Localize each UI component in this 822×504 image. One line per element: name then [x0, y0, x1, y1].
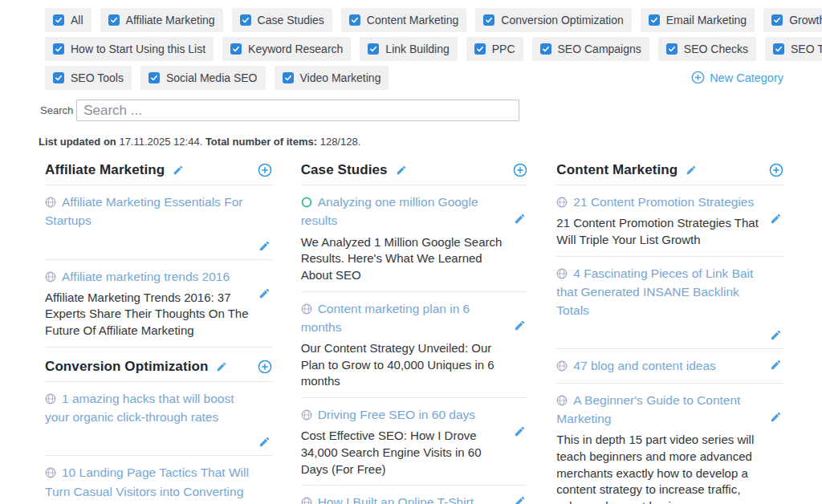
category-section: Conversion Optimization1 amazing hacks t… [45, 359, 272, 504]
checkbox-checked-icon[interactable] [540, 43, 551, 55]
checkbox-checked-icon[interactable] [349, 14, 360, 26]
filter-label: Case Studies [258, 14, 324, 26]
filter-pill[interactable]: Conversion Optimization [475, 8, 632, 32]
item-link[interactable]: 1 amazing hacks that will boost your org… [45, 392, 234, 424]
checkbox-checked-icon[interactable] [283, 72, 294, 83]
item-link[interactable]: 21 Content Promotion Strategies [556, 195, 754, 209]
filter-pill[interactable]: Email Marketing [641, 8, 755, 32]
search-input[interactable] [76, 100, 519, 121]
checkbox-checked-icon[interactable] [649, 14, 660, 26]
checkbox-checked-icon[interactable] [108, 14, 120, 26]
filter-pill[interactable]: SEO Tools [45, 66, 132, 90]
checkbox-checked-icon[interactable] [666, 43, 678, 55]
filter-pill[interactable]: SEO Checks [658, 37, 756, 61]
item-link[interactable]: How I Built an Online T-Shirt Business [301, 495, 474, 504]
page: AllAffiliate MarketingCase StudiesConten… [0, 0, 822, 504]
category-header: Case Studies [301, 162, 528, 185]
item-title: Analyzing one million Google results [301, 195, 478, 227]
item-link[interactable]: Driving Free SEO in 60 days [301, 408, 475, 421]
edit-icon[interactable] [258, 436, 271, 448]
category-header: Content Marketing [556, 162, 783, 185]
item-link[interactable]: Affiliate marketing trends 2016 [45, 270, 230, 283]
filter-pill[interactable]: SEO Campaigns [532, 37, 649, 61]
checkbox-checked-icon[interactable] [773, 43, 784, 55]
item-title: 21 Content Promotion Strategies [573, 195, 754, 209]
add-item-icon[interactable] [513, 163, 527, 177]
filter-pill[interactable]: Video Marketing [275, 66, 389, 90]
globe-icon [45, 467, 56, 478]
edit-category-icon[interactable] [173, 165, 184, 176]
edit-icon[interactable] [770, 411, 782, 423]
globe-icon [301, 409, 312, 421]
filter-pill[interactable]: Growth Hacking [763, 8, 822, 32]
add-item-icon[interactable] [769, 163, 783, 177]
edit-icon[interactable] [514, 213, 526, 225]
item-description: Affiliate Marketing Trends 2016: 37 Expe… [45, 290, 251, 339]
filter-pill[interactable]: Link Building [360, 37, 457, 61]
edit-icon[interactable] [770, 359, 782, 371]
columns: Affiliate MarketingAffiliate Marketing E… [45, 162, 783, 504]
column: Affiliate MarketingAffiliate Marketing E… [45, 162, 272, 504]
edit-icon[interactable] [514, 425, 526, 437]
filter-label: SEO Checks [684, 43, 748, 55]
checkbox-checked-icon[interactable] [240, 14, 251, 26]
filter-label: Growth Hacking [789, 14, 822, 26]
edit-icon[interactable] [258, 240, 271, 252]
list-item: Analyzing one million Google resultsWe A… [301, 185, 528, 292]
item-link[interactable]: Affiliate Marketing Essentials For Start… [45, 195, 242, 227]
add-item-icon[interactable] [258, 163, 272, 177]
item-title: 1 amazing hacks that will boost your org… [45, 392, 234, 424]
filter-label: SEO Titles [791, 43, 822, 55]
globe-icon [556, 197, 568, 208]
edit-icon[interactable] [514, 495, 526, 504]
edit-icon[interactable] [770, 213, 782, 225]
item-link[interactable]: 4 Fascinating Pieces of Link Bait that G… [556, 266, 753, 318]
add-item-icon[interactable] [258, 360, 272, 374]
checkbox-checked-icon[interactable] [53, 43, 64, 55]
filter-pill[interactable]: PPC [466, 37, 523, 61]
filter-label: SEO Campaigns [558, 43, 641, 55]
checkbox-checked-icon[interactable] [230, 43, 242, 55]
checkbox-checked-icon[interactable] [53, 14, 64, 26]
edit-category-icon[interactable] [216, 361, 227, 372]
item-title: 4 Fascinating Pieces of Link Bait that G… [556, 266, 753, 318]
edit-icon[interactable] [770, 329, 782, 341]
item-description: 21 Content Promotion Strategies That Wil… [556, 215, 763, 248]
checkbox-checked-icon[interactable] [483, 14, 494, 26]
item-link[interactable]: A Beginner's Guide to Content Marketing [556, 393, 740, 425]
checkbox-checked-icon[interactable] [474, 43, 486, 55]
status-updated-label: List updated on [39, 136, 116, 148]
edit-icon[interactable] [514, 319, 526, 331]
filter-row: How to Start Using this ListKeyword Rese… [45, 37, 783, 61]
item-title: A Beginner's Guide to Content Marketing [556, 393, 740, 425]
item-title: 10 Landing Page Tactics That Will Turn C… [45, 465, 249, 504]
list-item: 47 blog and content ideas [556, 349, 783, 383]
item-link[interactable]: Content marketing plan in 6 months [301, 302, 470, 334]
new-category-button[interactable]: New Category [691, 71, 783, 84]
item-link[interactable]: 47 blog and content ideas [556, 359, 716, 372]
category-section: Content Marketing21 Content Promotion St… [556, 162, 783, 504]
filter-pill[interactable]: SEO Titles [765, 37, 822, 61]
item-link[interactable]: 10 Landing Page Tactics That Will Turn C… [45, 465, 249, 504]
column: Content Marketing21 Content Promotion St… [556, 162, 783, 504]
filter-pill[interactable]: Content Marketing [341, 8, 466, 32]
filter-pill[interactable]: Affiliate Marketing [100, 8, 223, 32]
checkbox-checked-icon[interactable] [53, 72, 64, 83]
filter-pill[interactable]: How to Start Using this List [45, 37, 214, 61]
category-filter-bar: AllAffiliate MarketingCase StudiesConten… [45, 8, 783, 90]
list-item: How I Built an Online T-Shirt Business [301, 486, 528, 504]
filter-pill[interactable]: All [45, 8, 92, 32]
globe-icon [45, 197, 56, 208]
checkbox-checked-icon[interactable] [149, 72, 160, 83]
item-link[interactable]: Analyzing one million Google results [301, 195, 478, 227]
new-category-label: New Category [710, 71, 783, 84]
checkbox-checked-icon[interactable] [368, 43, 379, 55]
checkbox-checked-icon[interactable] [771, 14, 783, 26]
filter-pill[interactable]: Social Media SEO [140, 66, 266, 90]
item-title: Content marketing plan in 6 months [301, 302, 470, 334]
edit-category-icon[interactable] [396, 165, 407, 176]
edit-category-icon[interactable] [686, 165, 697, 176]
edit-icon[interactable] [258, 287, 271, 299]
filter-pill[interactable]: Case Studies [232, 8, 332, 32]
filter-pill[interactable]: Keyword Research [222, 37, 351, 61]
